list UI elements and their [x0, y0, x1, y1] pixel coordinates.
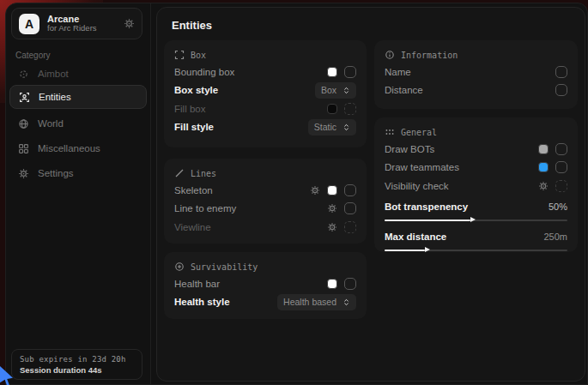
row-box-style: Box style Box — [174, 81, 356, 100]
sidebar-item-label: Settings — [38, 168, 74, 178]
gear-icon[interactable] — [327, 203, 337, 214]
color-swatch[interactable] — [538, 144, 549, 154]
row-visibility-check: Visibility check — [385, 177, 567, 196]
slider-thumb[interactable] — [425, 247, 430, 252]
sidebar-item-entities[interactable]: Entities — [9, 85, 147, 109]
color-swatch[interactable] — [327, 279, 337, 289]
gear-icon[interactable] — [327, 222, 337, 232]
info-icon — [385, 50, 395, 60]
slider-thumb[interactable] — [470, 217, 476, 222]
color-swatch[interactable] — [327, 67, 337, 77]
entities-icon — [19, 92, 30, 103]
draw-teammates-checkbox[interactable] — [555, 161, 567, 173]
sidebar-item-aimbot[interactable]: Aimbot — [9, 62, 147, 86]
chevron-updown-icon — [342, 298, 350, 306]
globe-icon — [18, 118, 29, 129]
sidebar-item-label: Entities — [39, 92, 71, 102]
gear-icon[interactable] — [124, 18, 135, 29]
panel-title: Box — [191, 51, 206, 60]
row-distance: Distance — [385, 81, 567, 100]
panel-survivability: Survivability Health bar Health style He… — [164, 252, 367, 319]
page-title: Entities — [172, 19, 212, 32]
panel-title: Lines — [191, 169, 216, 178]
sidebar: A Arcane for Arc Riders Category Aimbot … — [6, 3, 151, 384]
panel-lines: Lines Skeleton Line to enemy Viewline — [164, 159, 367, 244]
row-skeleton: Skeleton — [174, 181, 356, 200]
bot-transparency-slider-group: Bot transpenency 50% — [385, 199, 567, 221]
chevron-updown-icon — [342, 123, 350, 131]
max-distance-slider[interactable] — [385, 250, 567, 251]
sub-expiry-text: Sub expires in 23d 20h — [20, 355, 134, 364]
row-fill-box: Fill box — [174, 99, 356, 118]
slider-value: 250m — [543, 232, 567, 242]
color-swatch[interactable] — [327, 185, 337, 196]
panel-information: Information Name Distance — [374, 40, 578, 109]
row-viewline: Viewline — [174, 218, 356, 237]
distance-checkbox[interactable] — [555, 84, 567, 96]
line-to-enemy-checkbox[interactable] — [344, 202, 356, 214]
max-distance-slider-group: Max distance 250m — [385, 229, 567, 251]
gear-icon[interactable] — [538, 181, 549, 191]
slider-value: 50% — [549, 202, 567, 212]
general-icon — [385, 127, 395, 137]
sidebar-item-settings[interactable]: Settings — [9, 161, 147, 185]
category-label: Category — [15, 51, 51, 60]
app-logo-card: A Arcane for Arc Riders — [11, 8, 142, 39]
row-health-style: Health style Health based — [174, 293, 356, 312]
row-draw-teammates: Draw teammates — [385, 159, 567, 177]
fill-box-checkbox[interactable] — [344, 103, 356, 115]
name-checkbox[interactable] — [555, 66, 567, 78]
sidebar-item-miscellaneous[interactable]: Miscellaneous — [9, 136, 147, 160]
row-bounding-box: Bounding box — [174, 63, 356, 81]
row-draw-bots: Draw BOTs — [385, 140, 567, 159]
bounding-box-checkbox[interactable] — [344, 66, 356, 78]
slider-label: Max distance — [385, 232, 446, 242]
viewline-checkbox[interactable] — [344, 221, 356, 233]
sidebar-item-label: World — [38, 118, 64, 129]
session-duration-text: Session duration 44s — [20, 365, 134, 375]
health-bar-checkbox[interactable] — [344, 278, 356, 290]
sidebar-item-world[interactable]: World — [9, 111, 147, 135]
row-name: Name — [385, 63, 567, 81]
sidebar-item-label: Aimbot — [38, 69, 69, 79]
grid-icon — [18, 143, 29, 154]
panel-title: Survivability — [191, 262, 258, 272]
subscription-info-card: Sub expires in 23d 20h Session duration … — [11, 349, 142, 380]
health-style-dropdown[interactable]: Health based — [277, 294, 356, 310]
gear-icon[interactable] — [310, 185, 320, 196]
box-corners-icon — [174, 50, 185, 60]
survivability-icon — [174, 262, 185, 272]
sidebar-item-label: Miscellaneous — [38, 143, 100, 153]
line-icon — [174, 168, 185, 178]
fill-style-dropdown[interactable]: Static — [308, 119, 356, 135]
row-health-bar: Health bar — [174, 274, 356, 293]
bot-transparency-slider[interactable] — [385, 220, 567, 221]
color-swatch[interactable] — [327, 104, 337, 114]
box-style-dropdown[interactable]: Box — [315, 82, 356, 99]
chevron-updown-icon — [342, 87, 350, 94]
main-content: Entities Box Bounding box Box style Box — [156, 7, 585, 382]
app-tagline: for Arc Riders — [47, 24, 116, 33]
visibility-check-checkbox[interactable] — [555, 180, 567, 192]
crosshair-icon — [18, 69, 29, 80]
panel-general: General Draw BOTs Draw teammates Visibil… — [374, 117, 578, 252]
row-fill-style: Fill style Static — [174, 118, 356, 137]
app-logo: A — [19, 14, 39, 34]
draw-bots-checkbox[interactable] — [555, 143, 567, 155]
panel-title: General — [401, 128, 437, 137]
row-line-to-enemy: Line to enemy — [174, 200, 356, 219]
color-swatch[interactable] — [538, 162, 549, 172]
app-window: A Arcane for Arc Riders Category Aimbot … — [5, 3, 588, 385]
panel-box: Box Bounding box Box style Box Fill box — [164, 40, 367, 147]
slider-label: Bot transpenency — [385, 202, 468, 212]
gear-icon — [18, 168, 29, 179]
panel-title: Information — [401, 51, 458, 60]
skeleton-checkbox[interactable] — [344, 184, 356, 196]
